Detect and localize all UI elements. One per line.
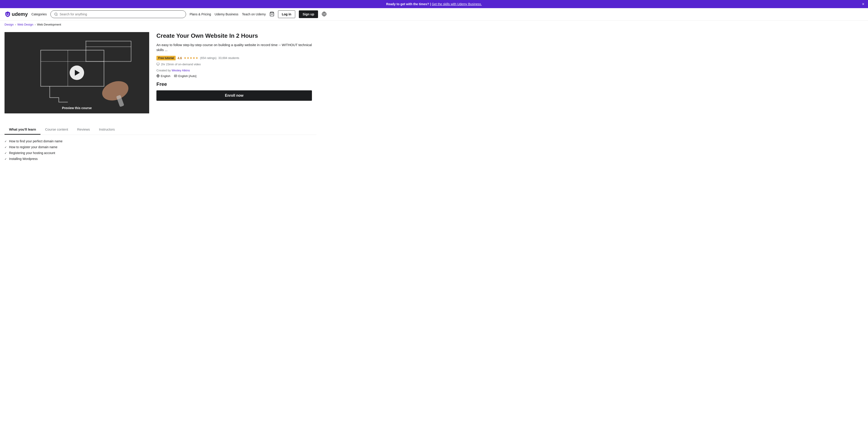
captions-label: English [Auto]	[178, 74, 196, 78]
breadcrumb-web-development: Web Development	[37, 23, 61, 26]
language-row: English English [Auto]	[156, 74, 312, 78]
breadcrumb-sep-2: ›	[35, 23, 35, 26]
star-1: ★	[184, 56, 186, 60]
learn-item: ✓ Installing Wordpress	[4, 157, 176, 161]
categories-nav[interactable]: Categories	[31, 12, 47, 16]
tab-reviews[interactable]: Reviews	[72, 125, 94, 135]
plans-pricing-link[interactable]: Plans & Pricing	[190, 12, 211, 16]
captions-item: English [Auto]	[174, 74, 196, 78]
play-button[interactable]	[70, 66, 84, 80]
udemy-business-link[interactable]: Udemy Business	[215, 12, 239, 16]
svg-line-3	[57, 15, 57, 15]
check-icon: ✓	[4, 140, 7, 143]
rating-count: (654 ratings)	[200, 56, 217, 60]
logo-text: udemy	[12, 11, 28, 17]
check-icon: ✓	[4, 152, 7, 155]
star-3: ★	[190, 56, 192, 60]
learn-item-3: Registering your hosting account	[9, 151, 55, 155]
check-icon: ✓	[4, 146, 7, 149]
video-preview[interactable]: Preview this course	[4, 32, 149, 113]
left-column: Preview this course	[4, 32, 149, 113]
top-banner: Ready to get with the times? | Get the s…	[0, 0, 868, 8]
svg-point-1	[8, 13, 9, 14]
rating-row: Free tutorial 4.6 ★ ★ ★ ★ ★ (654 ratings…	[156, 56, 312, 60]
main-content: Preview this course Create Your Own Webs…	[0, 29, 316, 120]
banner-text: Ready to get with the times?	[386, 2, 429, 6]
star-2: ★	[187, 56, 189, 60]
video-icon	[156, 63, 160, 66]
course-description: An easy to follow step-by-step course on…	[156, 42, 312, 53]
learn-item: ✓ Registering your hosting account	[4, 151, 176, 155]
search-input[interactable]	[60, 12, 182, 16]
udemy-logo-icon	[4, 11, 11, 18]
breadcrumb-sep-1: ›	[15, 23, 16, 26]
svg-rect-15	[157, 63, 159, 65]
banner-close-button[interactable]: ×	[862, 2, 864, 6]
search-icon	[54, 12, 58, 16]
banner-link[interactable]: Get the skills with Udemy Business.	[432, 2, 482, 6]
learn-item-1: How to find your perfect domain name	[9, 139, 63, 143]
preview-label: Preview this course	[62, 106, 92, 110]
svg-point-0	[6, 13, 7, 14]
learn-item: ✓ How to register your domain name	[4, 145, 176, 149]
video-info-row: 2hr 23min of on-demand video	[156, 63, 312, 66]
search-bar	[51, 10, 186, 18]
tab-course-content[interactable]: Course content	[40, 125, 72, 135]
learn-item: ✓ How to find your perfect domain name	[4, 139, 176, 143]
nav-links: Plans & Pricing Udemy Business Teach on …	[190, 10, 327, 18]
captions-icon	[174, 74, 177, 77]
language-item: English	[156, 74, 170, 78]
free-badge: Free tutorial	[156, 56, 176, 60]
breadcrumb: Design › Web Design › Web Development	[0, 21, 868, 29]
signup-button[interactable]: Sign up	[299, 10, 318, 18]
price: Free	[156, 81, 312, 87]
login-button[interactable]: Log in	[278, 10, 295, 18]
breadcrumb-design[interactable]: Design	[4, 23, 13, 26]
header: udemy Categories Plans & Pricing Udemy B…	[0, 8, 868, 21]
banner-separator: |	[430, 2, 432, 6]
course-title: Create Your Own Website In 2 Hours	[156, 32, 312, 40]
video-duration: 2hr 23min of on-demand video	[161, 63, 201, 66]
created-by: Created by Wesley Atkins	[156, 69, 312, 72]
learn-section: ✓ How to find your perfect domain name ✓…	[0, 135, 181, 167]
instructor-link[interactable]: Wesley Atkins	[172, 69, 190, 72]
breadcrumb-web-design[interactable]: Web Design	[18, 23, 33, 26]
star-4: ★	[193, 56, 195, 60]
check-icon: ✓	[4, 158, 7, 161]
svg-rect-20	[174, 75, 177, 77]
tabs: What you'll learn Course content Reviews…	[4, 125, 312, 135]
students-count: 33,694 students	[218, 56, 239, 60]
teach-link[interactable]: Teach on Udemy	[242, 12, 266, 16]
globe-small-icon	[156, 74, 160, 77]
tab-what-youll-learn[interactable]: What you'll learn	[4, 125, 40, 135]
svg-point-2	[55, 13, 57, 15]
language-label: English	[161, 74, 170, 78]
learn-item-4: Installing Wordpress	[9, 157, 38, 161]
learn-item-2: How to register your domain name	[9, 145, 57, 149]
tab-instructors[interactable]: Instructors	[94, 125, 119, 135]
tabs-section: What you'll learn Course content Reviews…	[0, 120, 316, 135]
logo[interactable]: udemy	[4, 11, 28, 18]
enroll-button[interactable]: Enroll now	[156, 90, 312, 101]
star-half: ★	[195, 56, 198, 60]
globe-icon[interactable]	[322, 11, 327, 17]
right-column: Create Your Own Website In 2 Hours An ea…	[156, 32, 312, 113]
rating-score: 4.6	[178, 56, 182, 60]
star-rating: ★ ★ ★ ★ ★	[184, 56, 198, 60]
cart-icon[interactable]	[270, 11, 274, 17]
